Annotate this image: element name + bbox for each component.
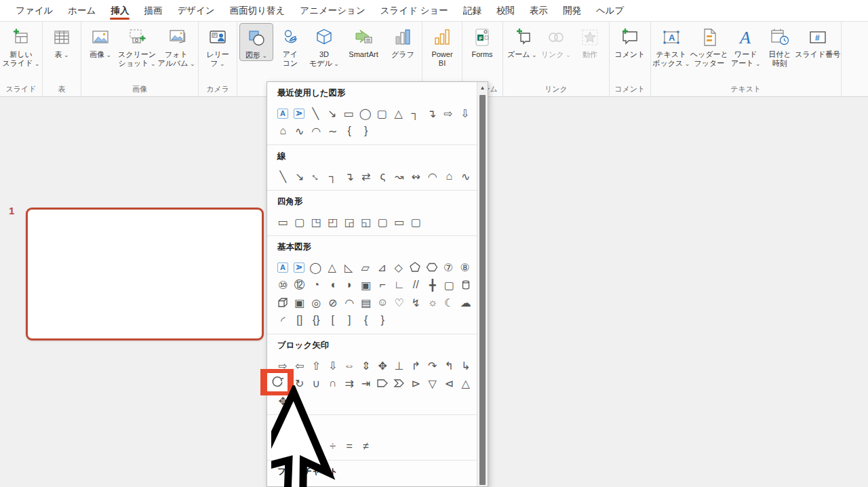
shape-rounded-rectangle[interactable]: ▢ <box>374 105 391 121</box>
tab-record[interactable]: 記録 <box>456 0 489 21</box>
shape-striped-right-arrow[interactable]: ⇉ <box>341 375 358 391</box>
header-footer-button[interactable]: ヘッダーと フッター <box>690 23 729 68</box>
tab-review[interactable]: 校閲 <box>489 0 522 21</box>
shape-connector[interactable]: ○ <box>461 484 477 487</box>
shape-snip-same-side-corners[interactable]: ◰ <box>325 214 342 230</box>
shape-rectangle[interactable]: ▭ <box>340 105 357 121</box>
shape-terminator[interactable]: ▢ <box>399 484 414 487</box>
shape-line[interactable]: ╲ <box>275 168 292 184</box>
link-button[interactable]: リンク ⌄ <box>539 23 573 60</box>
shape-curved-connector[interactable]: ς <box>374 168 391 184</box>
shape-hexagon[interactable] <box>424 259 441 275</box>
shape-internal-storage[interactable]: ▤ <box>353 484 368 487</box>
shape-left-brace[interactable]: { <box>341 123 358 139</box>
shape-snip-single-corner[interactable]: ◳ <box>308 214 325 230</box>
shape-elbow-double-arrow-connector[interactable]: ⇄ <box>358 168 375 184</box>
shape-elbow-connector[interactable]: ┐ <box>407 105 424 121</box>
shape-left-right-up-arrow[interactable]: ⊥ <box>391 357 408 374</box>
shape-plus[interactable]: + <box>275 438 292 454</box>
shape-curve[interactable]: ∼ <box>325 123 342 139</box>
scroll-up-icon[interactable]: ▲ <box>477 82 488 94</box>
shape-down-arrow[interactable]: ⇩ <box>457 105 474 121</box>
shape-dodecagon[interactable]: ⑫ <box>292 277 309 293</box>
shape-block-arc[interactable]: ◠ <box>341 294 358 311</box>
shape-isosceles-triangle[interactable]: △ <box>324 259 341 275</box>
tab-draw[interactable]: 描画 <box>136 0 170 21</box>
shape-left-right-arrow[interactable]: ⇔ <box>341 357 358 374</box>
shape-heptagon[interactable]: ⑦ <box>440 259 457 275</box>
shape-diagonal-stripe[interactable]: // <box>408 277 425 293</box>
shape-down-arrow[interactable]: ⇩ <box>325 357 342 374</box>
shape-manual-operation[interactable]: ▽ <box>446 484 461 487</box>
shape-quad-arrow[interactable]: ✥ <box>374 357 391 374</box>
dropdown-scrollbar[interactable]: ▲ <box>477 82 488 486</box>
shape-chord[interactable]: ◖ <box>325 277 342 293</box>
shape-bent-arrow[interactable]: ↱ <box>408 357 425 374</box>
shape-bent-up-arrow-left[interactable]: ↰ <box>441 357 458 374</box>
shape-elbow-arrow-connector[interactable]: ↴ <box>341 168 358 184</box>
shape-can[interactable] <box>458 277 475 293</box>
shape-freeform[interactable]: ⌂ <box>275 123 292 139</box>
shape-folded-corner[interactable]: ▤ <box>358 294 375 311</box>
screenshot-button[interactable]: スクリーン ショット ⌄ <box>117 23 157 69</box>
shape-snip-diagonal-corners[interactable]: ◲ <box>341 214 358 230</box>
shape-text-box[interactable]: A <box>277 262 288 273</box>
power-bi-button[interactable]: Power BI <box>425 23 460 68</box>
shape-cloud[interactable]: ☁ <box>458 294 475 311</box>
shape-round-same-side-corners[interactable]: ▭ <box>391 214 408 230</box>
shape-alternate-process[interactable]: ▢ <box>290 484 306 487</box>
shape-half-frame[interactable]: ⌐ <box>374 277 391 293</box>
wordart-button[interactable]: Aワード アート ⌄ <box>729 23 763 69</box>
shape-triangle[interactable]: △ <box>391 105 408 121</box>
shape-process[interactable]: ▭ <box>275 484 290 487</box>
shape-minus[interactable]: − <box>292 438 309 454</box>
shape-up-arrow[interactable]: ⇧ <box>308 357 325 374</box>
icons-button[interactable]: アイ コン <box>273 23 307 68</box>
tab-view[interactable]: 表示 <box>522 0 555 21</box>
shape-left-arrow-callout[interactable]: ⊲ <box>441 375 458 391</box>
shape-left-bracket[interactable]: [ <box>325 312 342 328</box>
shape-lightning-bolt[interactable]: ↯ <box>408 294 425 311</box>
scrollbar-thumb[interactable] <box>479 95 486 485</box>
shape-no-symbol[interactable]: ⊘ <box>325 294 342 311</box>
shape-heart[interactable]: ♡ <box>391 294 408 311</box>
tab-slideshow[interactable]: スライド ショー <box>373 0 456 21</box>
shape-curve[interactable]: ◠ <box>425 168 441 184</box>
tab-help[interactable]: ヘルプ <box>589 0 631 21</box>
shape-sun[interactable]: ☼ <box>425 294 441 311</box>
shape-multidocument[interactable]: ▤ <box>383 484 399 487</box>
shape-line-double-arrow[interactable]: ↔ <box>304 165 328 188</box>
shape-double-brace[interactable]: {} <box>308 312 325 328</box>
shape-trapezoid[interactable]: ⊿ <box>374 259 391 275</box>
shape-up-arrow-callout[interactable]: △ <box>458 375 475 391</box>
shape-chevron-arrow[interactable] <box>391 375 408 391</box>
shape-oval[interactable]: ◯ <box>307 259 324 275</box>
shape-right-bracket[interactable]: ] <box>341 312 358 328</box>
image-button[interactable]: 画像 ⌄ <box>83 23 117 60</box>
shape-decision[interactable]: ◇ <box>306 484 321 487</box>
shape-scribble[interactable]: ∿ <box>458 168 475 184</box>
shape-rounded-rectangle[interactable]: ▢ <box>292 214 309 230</box>
shape-elbow-arrow-connector[interactable]: ↴ <box>424 105 441 121</box>
shape-notched-right-arrow[interactable]: ⇥ <box>358 375 375 391</box>
shape-snip-round-single-corner[interactable]: ◱ <box>358 214 375 230</box>
shape-divide[interactable]: ÷ <box>325 438 342 454</box>
shape-cross[interactable]: ╋ <box>425 277 441 293</box>
shape-rectangle[interactable]: ▭ <box>275 214 292 230</box>
shape-u-turn-arrow[interactable]: ↷ <box>425 357 441 374</box>
tab-transitions[interactable]: 画面切り替え <box>222 0 293 21</box>
tab-animations[interactable]: アニメーション <box>292 0 372 21</box>
slide-number-button[interactable]: #スライド番号 <box>797 23 839 59</box>
shape-diamond[interactable]: ◇ <box>391 259 408 275</box>
shape-up-down-arrow[interactable]: ⇕ <box>358 357 375 374</box>
shape-curved-down-arrow[interactable]: ∩ <box>325 375 342 391</box>
shape-line[interactable]: ╲ <box>307 105 324 121</box>
action-button[interactable]: 動作 <box>573 23 607 59</box>
shape-right-arrow[interactable]: ⇨ <box>440 105 457 121</box>
shape-right-brace[interactable]: } <box>358 123 375 139</box>
shape-scribble[interactable]: ∿ <box>292 123 309 139</box>
shape-document[interactable]: ▥ <box>368 484 384 487</box>
shape-preparation[interactable]: ○ <box>414 484 430 487</box>
shape-manual-input[interactable]: ▭ <box>430 484 446 487</box>
slide-thumbnail[interactable] <box>26 208 264 340</box>
